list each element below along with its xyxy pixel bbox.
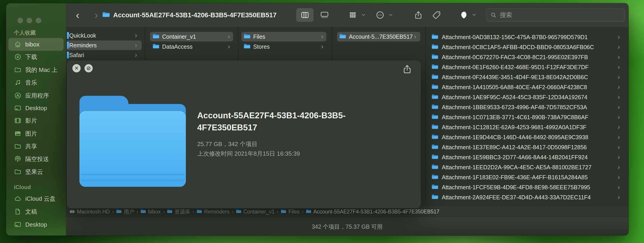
column-item-1-3[interactable]: Safari [69,52,84,58]
window-title: Account-55AE27F4-53B1-4206-B3B5-4F7E350E… [113,11,276,19]
folder-icon [67,42,69,49]
sidebar-item-影片[interactable]: 影片 [8,114,64,127]
folder-icon [102,11,110,19]
attachment-item[interactable]: Attachment-0C8C1AF5-AFBB-4DCD-BBD9-08053… [442,44,594,50]
sidebar-item-我的-mac-上[interactable]: 我的 Mac 上 [8,63,64,76]
attachment-item[interactable]: Attachment-0E1F6260-E432-468E-95D1-F12FA… [442,64,589,70]
sidebar-item-icloud-云盘[interactable]: iCloud 云盘 [8,192,64,205]
chevron-right-icon: › [618,113,620,121]
attachment-item[interactable]: Attachment-1E37E89C-A412-4A2E-8417-0D509… [442,144,587,151]
sidebar-item-隔空投送[interactable]: 隔空投送 [8,153,64,165]
column-item-3-2[interactable]: Stores [253,43,270,50]
sidebar-item-音乐[interactable]: 音乐 [8,76,64,89]
sidebar-item-label: 下载 [25,53,37,61]
sidebar-item-图片[interactable]: 图片 [8,127,64,140]
quicklook-prohibit-button[interactable]: ⊘ [84,64,93,72]
chevron-right-icon: › [321,32,323,40]
search-field[interactable] [486,8,625,22]
folder-icon [432,54,438,60]
airdrop-icon [14,155,22,163]
window-controls [18,18,41,23]
path-segment-label: Macintosh HD [77,209,110,215]
quicklook-close-button[interactable]: ✕ [72,64,80,72]
column-item-2-2[interactable]: DataAccess [162,43,192,50]
path-segment-label: bibox [148,209,160,215]
folder-outline-icon [14,142,22,150]
attachment-item[interactable]: Attachment-1E9D44CB-146D-4A46-8492-8095A… [442,134,588,141]
sidebar-item-文稿[interactable]: 文稿 [8,205,64,218]
sidebar-item-label: 图片 [25,130,37,138]
attachment-item[interactable]: Attachment-1C12812E-62A9-4253-9681-4992A… [442,124,586,131]
more-actions-button[interactable] [374,8,386,22]
quicklook-title: Account-55AE27F4-53B1-4206-B3B5-4F7E350E… [197,110,361,134]
minimize-window-button[interactable] [27,18,32,23]
path-segment-2[interactable]: 用户 [116,208,134,215]
sidebar-item-共享[interactable]: 共享 [8,140,64,153]
attachment-item[interactable]: Attachment-0AD38132-156C-475A-B7B0-96579… [442,34,588,40]
attachment-item[interactable]: Attachment-1FCF5E9B-4D9E-4FD8-8E98-58EEE… [442,184,590,191]
folder-blue-icon [281,209,286,214]
column-divider[interactable] [426,27,426,206]
attachment-item[interactable]: Attachment-1E59BBC3-2D77-4A66-8A44-14B20… [442,154,588,161]
attachment-item[interactable]: Attachment-1A410505-6A88-40CE-A4F2-0660A… [442,84,587,91]
zoom-window-button[interactable] [36,18,41,23]
path-segment-4[interactable]: 资源库 [167,208,190,215]
attachment-item[interactable]: Attachment-1BBE9533-6723-4996-AF48-7D578… [442,104,587,111]
sidebar-item-坚果云[interactable]: 坚果云 [8,165,64,178]
attachment-item[interactable]: Attachment-1AE9F95C-A524-45C3-835F-12D34… [442,94,587,101]
folder-blue-icon [116,209,122,214]
column-view-button[interactable] [296,8,314,22]
path-segment-3[interactable]: bibox [140,209,160,215]
search-input[interactable] [500,11,620,19]
column-item-2-1[interactable]: Container_v1 [162,33,196,40]
sidebar-item-应用程序[interactable]: 应用程序 [8,89,64,102]
sidebar-item-desktop[interactable]: Desktop [8,102,64,114]
path-segment-1[interactable]: Macintosh HD [70,209,110,215]
finder-window: 个人收藏bibox下载我的 Mac 上音乐应用程序Desktop影片图片共享隔空… [6,3,628,236]
path-segment-5[interactable]: Reminders [196,209,229,215]
sidebar-section-label: 个人收藏 [14,29,36,36]
disk-icon [70,209,75,214]
quicklook-share-icon[interactable] [402,64,412,74]
chevron-right-icon: › [228,42,230,50]
path-segment-label: Account-55AE27F4-53B1-4206-B3B5-4F7E350E… [313,209,440,215]
folder-preview-icon [80,96,186,187]
more-actions-chevron-icon[interactable] [388,12,394,18]
attachment-item[interactable]: Attachment-0F24439E-3451-4D4F-9E13-8E042… [442,74,588,81]
attachment-item[interactable]: Attachment-1F183E02-FB9E-436E-A4FF-B1615… [442,174,588,181]
nutstore-button[interactable] [458,8,470,22]
folder-blue-icon [196,209,202,214]
group-button[interactable] [346,8,359,22]
sidebar-item-bibox[interactable]: bibox [8,38,64,51]
share-button[interactable] [412,8,425,22]
sidebar-item-label: Desktop [25,105,47,112]
path-segment-8[interactable]: Account-55AE27F4-53B1-4206-B3B5-4F7E350E… [306,209,440,215]
column-item-3-1[interactable]: Files [253,33,265,40]
folder-icon [339,33,346,40]
attachment-item[interactable]: Attachment-1C0713EB-3771-4C61-890B-738A7… [442,114,588,121]
column-item-1-2[interactable]: Reminders [69,42,97,49]
sidebar-item-下载[interactable]: 下载 [8,50,64,63]
cloud-icon [14,195,22,203]
column-item-1-1[interactable]: QuickLook [69,32,96,39]
back-button[interactable]: ‹ [73,9,83,21]
folder-outline-icon [14,66,22,74]
attachment-item[interactable]: Attachment-0C672270-FAC3-4C08-8C21-995E0… [442,54,588,60]
quicklook-modified-info: 上次修改时间 2021年8月15日 16:35:39 [197,150,300,158]
group-chevron-icon[interactable] [361,12,366,18]
home-icon [14,40,22,48]
column-item-4-1[interactable]: Account-5...7E350EB517 [349,33,413,40]
folder-icon [432,34,438,40]
attachment-item[interactable]: Attachment-2A924FEE-DE37-4D4D-A443-33A7D… [442,194,591,201]
gallery-view-button[interactable] [316,8,333,22]
sidebar-item-desktop[interactable]: Desktop [8,218,64,231]
close-window-button[interactable] [18,18,23,23]
tag-button[interactable] [430,8,443,22]
path-segment-7[interactable]: Files [281,209,300,215]
path-separator-icon: › [136,209,138,215]
forward-button[interactable]: › [91,9,101,21]
nutstore-chevron-icon[interactable] [472,12,477,18]
path-segment-6[interactable]: Container_v1 [236,209,275,215]
sidebar-section-label: iCloud [14,184,31,191]
attachment-item[interactable]: Attachment-1EED2D2A-99CA-4E5C-AE5A-88100… [442,164,592,171]
